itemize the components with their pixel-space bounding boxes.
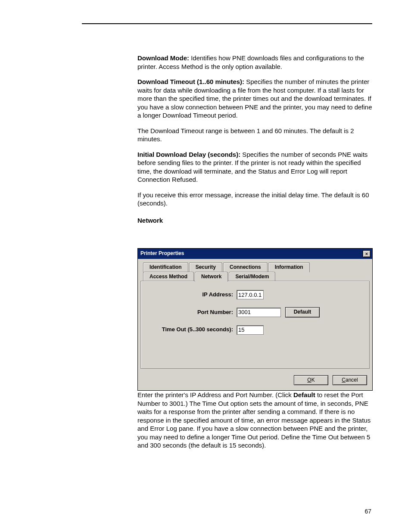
term-initial-delay: Initial Download Delay (seconds): bbox=[137, 151, 240, 158]
text-span: to reset the Port Number to 3001.) The T… bbox=[137, 391, 371, 449]
label-ip-address: IP Address: bbox=[147, 291, 237, 299]
dialog-footer: OK Cancel bbox=[138, 371, 372, 391]
page-number: 67 bbox=[364, 508, 371, 515]
tab-container: Identification Security Connections Info… bbox=[138, 259, 372, 371]
paragraph: Download Timeout (1..60 minutes): Specif… bbox=[137, 78, 372, 120]
paragraph: If you receive this error message, incre… bbox=[137, 191, 372, 208]
row-ip: IP Address: bbox=[147, 290, 363, 299]
label-port-number: Port Number: bbox=[147, 309, 237, 316]
port-number-input[interactable] bbox=[237, 308, 281, 317]
body-text: Download Mode: Identifies how PNE downlo… bbox=[137, 54, 372, 450]
document-page: Download Mode: Identifies how PNE downlo… bbox=[0, 0, 411, 532]
row-port: Port Number: Default bbox=[147, 307, 363, 317]
cancel-button[interactable]: Cancel bbox=[333, 375, 367, 386]
tab-information[interactable]: Information bbox=[268, 262, 310, 272]
tab-serial-modem[interactable]: Serial/Modem bbox=[229, 272, 275, 282]
term-download-timeout: Download Timeout (1..60 minutes): bbox=[137, 78, 244, 85]
dialog-titlebar: Printer Properties × bbox=[138, 249, 372, 259]
tab-access-method[interactable]: Access Method bbox=[143, 272, 194, 282]
default-button[interactable]: Default bbox=[285, 307, 320, 317]
paragraph: The Download Timeout range is between 1 … bbox=[137, 127, 372, 143]
tab-panel-network: IP Address: Port Number: Default Time Ou… bbox=[140, 281, 370, 369]
printer-properties-dialog: Printer Properties × Identification Secu… bbox=[137, 248, 373, 391]
dialog-title-text: Printer Properties bbox=[140, 250, 363, 257]
tab-row-1: Identification Security Connections Info… bbox=[143, 262, 370, 272]
row-timeout: Time Out (5..300 seconds): bbox=[147, 325, 363, 335]
section-heading-network: Network bbox=[137, 216, 372, 225]
paragraph: Download Mode: Identifies how PNE downlo… bbox=[137, 54, 372, 71]
tab-row-2: Access Method Network Serial/Modem bbox=[143, 272, 370, 282]
ip-address-input[interactable] bbox=[237, 290, 264, 299]
ok-button[interactable]: OK bbox=[294, 375, 328, 386]
paragraph: Enter the printer's IP Address and Port … bbox=[137, 391, 372, 450]
tab-connections[interactable]: Connections bbox=[223, 262, 268, 272]
timeout-input[interactable] bbox=[237, 325, 264, 335]
tab-identification[interactable]: Identification bbox=[143, 262, 188, 272]
header-rule bbox=[82, 23, 372, 24]
tab-network[interactable]: Network bbox=[195, 272, 228, 282]
text-span: Enter the printer's IP Address and Port … bbox=[137, 391, 293, 398]
label-timeout: Time Out (5..300 seconds): bbox=[147, 326, 237, 333]
text-default-ref: Default bbox=[293, 391, 315, 398]
paragraph: Initial Download Delay (seconds): Specif… bbox=[137, 150, 372, 184]
close-icon[interactable]: × bbox=[363, 250, 371, 257]
term-download-mode: Download Mode: bbox=[137, 54, 189, 62]
tab-security[interactable]: Security bbox=[189, 262, 222, 272]
